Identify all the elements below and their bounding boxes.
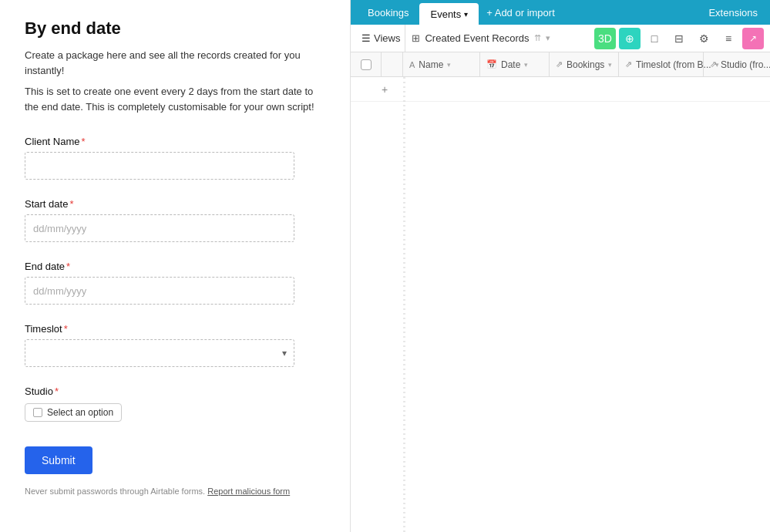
tab-events[interactable]: Events ▾ — [419, 3, 479, 25]
checkbox-icon — [361, 59, 372, 70]
column-header-timeslot[interactable]: ⇗ Timeslot (from B... ▾ — [619, 52, 704, 76]
studio-group: Studio* Select an option — [25, 386, 325, 422]
share-icon[interactable]: ⇈ — [534, 33, 541, 43]
grid-icon: ⊞ — [412, 32, 420, 44]
timeslot-select[interactable] — [25, 339, 294, 367]
tab-bookings[interactable]: Bookings — [357, 0, 419, 25]
add-import-button[interactable]: + Add or import — [479, 7, 563, 19]
end-date-input[interactable] — [25, 277, 294, 305]
start-date-input[interactable] — [25, 214, 294, 242]
chevron-down-icon: ▾ — [608, 61, 612, 69]
view-name[interactable]: Created Event Records — [425, 32, 529, 44]
toolbar-icons: 3D ⊕ □ ⊟ ⚙ ≡ ↗ — [594, 28, 764, 49]
client-name-label: Client Name* — [25, 136, 325, 147]
column-header-date[interactable]: 📅 Date ▾ — [480, 52, 550, 76]
date-field-icon: 📅 — [486, 59, 497, 69]
chevron-down-icon[interactable]: ▾ — [546, 33, 550, 43]
views-toolbar: ☰ Views ⊞ Created Event Records ⇈ ▾ 3D ⊕… — [351, 25, 770, 52]
timeslot-select-wrapper: ▾ — [25, 339, 294, 367]
filter-icon-button[interactable]: ⊕ — [619, 28, 641, 49]
studio-select-option[interactable]: Select an option — [25, 403, 122, 422]
description-1: Create a package here and see all the re… — [25, 48, 325, 78]
client-name-input[interactable] — [25, 152, 294, 180]
column-header-studio[interactable]: ⇗ Studio (fro... ▾ — [704, 52, 770, 76]
top-tabs: Bookings Events ▾ + Add or import Extens… — [351, 0, 770, 25]
start-date-label: Start date* — [25, 198, 325, 210]
report-malicious-link[interactable]: Report malicious form — [207, 487, 290, 496]
select-all-checkbox[interactable] — [351, 52, 382, 76]
lookup-field-icon-2: ⇗ — [710, 59, 717, 69]
text-field-icon: A — [409, 60, 415, 69]
views-icon: ☰ — [361, 32, 371, 44]
row-area: + — [351, 77, 770, 532]
list-icon-button[interactable]: ≡ — [718, 28, 739, 49]
view-name-section: ⊞ Created Event Records ⇈ ▾ — [412, 32, 550, 44]
submit-button[interactable]: Submit — [25, 446, 92, 474]
left-panel: By end date Create a package here and se… — [0, 0, 351, 532]
column-header-name[interactable]: A Name ▾ — [403, 52, 480, 76]
extensions-button[interactable]: Extensions — [702, 7, 764, 19]
description-2: This is set to create one event every 2 … — [25, 84, 325, 114]
3d-view-icon-button[interactable]: 3D — [594, 28, 616, 49]
chart-icon-button[interactable]: ⊟ — [668, 28, 690, 49]
start-date-group: Start date* — [25, 198, 325, 242]
column-header-bookings[interactable]: ⇗ Bookings ▾ — [550, 52, 619, 76]
row-expand-icon — [382, 52, 403, 76]
lookup-field-icon: ⇗ — [625, 59, 632, 69]
share-external-icon-button[interactable]: ↗ — [742, 28, 764, 49]
views-button[interactable]: ☰ Views — [357, 25, 405, 52]
chevron-down-icon: ▾ — [464, 10, 468, 19]
studio-label: Studio* — [25, 386, 325, 397]
gear-icon-button[interactable]: ⚙ — [693, 28, 715, 49]
gallery-view-icon-button[interactable]: □ — [644, 28, 665, 49]
end-date-label: End date* — [25, 261, 325, 272]
link-field-icon: ⇗ — [556, 59, 563, 69]
add-row-button[interactable]: + — [351, 77, 770, 102]
dotted-divider — [403, 77, 405, 532]
client-name-group: Client Name* — [25, 136, 325, 180]
form-footer: Never submit passwords through Airtable … — [25, 487, 325, 496]
chevron-down-icon: ▾ — [447, 61, 451, 69]
timeslot-group: Timeslot* ▾ — [25, 323, 325, 367]
end-date-group: End date* — [25, 261, 325, 305]
chevron-down-icon: ▾ — [524, 61, 528, 69]
timeslot-label: Timeslot* — [25, 323, 325, 335]
column-headers: A Name ▾ 📅 Date ▾ ⇗ Bookings ▾ ⇗ Timeslo… — [351, 52, 770, 77]
page-title: By end date — [25, 19, 325, 39]
right-panel: Bookings Events ▾ + Add or import Extens… — [351, 0, 770, 532]
